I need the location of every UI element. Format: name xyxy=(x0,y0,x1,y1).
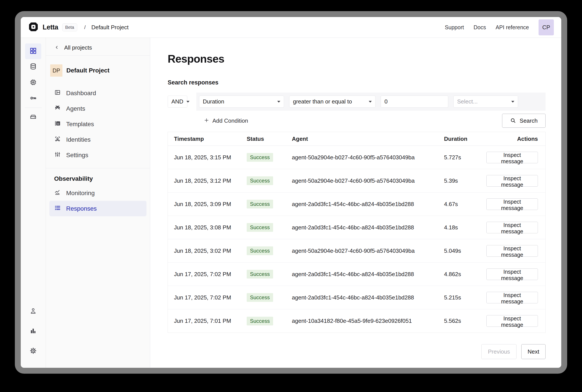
breadcrumb-project[interactable]: Default Project xyxy=(91,24,128,31)
condition-strip: Duration greater than or equal to Select… xyxy=(196,92,546,111)
hard-drive-icon xyxy=(30,113,37,122)
column-status: Status xyxy=(240,136,285,142)
sidebar-item-label: Monitoring xyxy=(66,190,95,197)
row-duration: 5.562s xyxy=(440,318,486,324)
status-badge: Success xyxy=(247,153,273,162)
chevron-left-icon xyxy=(54,45,60,51)
search-button[interactable]: Search xyxy=(502,114,546,128)
table-row: Jun 18, 2025, 3:08 PM Success agent-2a0d… xyxy=(168,216,545,239)
responses-table: Timestamp Status Agent Duration Actions … xyxy=(168,132,546,333)
support-link[interactable]: Support xyxy=(445,24,464,30)
sidebar-item-label: Settings xyxy=(66,152,88,159)
plus-icon xyxy=(204,118,209,124)
row-timestamp: Jun 17, 2025, 7:02 PM xyxy=(168,271,240,278)
docs-link[interactable]: Docs xyxy=(474,24,486,30)
field-value: Duration xyxy=(203,98,224,105)
sidebar: All projects DP Default Project Dashboar… xyxy=(46,38,150,368)
inspect-message-button[interactable]: Inspect message xyxy=(486,315,538,327)
app-window: Letta Beta / Default Project Support Doc… xyxy=(15,11,567,374)
rail-database-button[interactable] xyxy=(25,59,41,75)
comparator-select[interactable]: greater than or equal to xyxy=(289,96,376,108)
value-input[interactable] xyxy=(381,96,448,108)
inspect-message-button[interactable]: Inspect message xyxy=(486,198,538,210)
top-nav: Support Docs API reference CP xyxy=(445,20,554,35)
sidebar-item-label: Dashboard xyxy=(66,90,96,97)
search-icon xyxy=(510,118,516,124)
template-icon xyxy=(54,120,61,128)
project-row[interactable]: DP Default Project xyxy=(46,56,150,76)
rail-server-button[interactable] xyxy=(25,110,41,125)
monitoring-chart-icon xyxy=(54,189,61,197)
inspect-message-button[interactable]: Inspect message xyxy=(486,152,538,163)
back-to-all-projects[interactable]: All projects xyxy=(46,38,150,56)
row-duration: 5.39s xyxy=(440,178,486,184)
status-badge: Success xyxy=(247,200,273,208)
inspect-message-button[interactable]: Inspect message xyxy=(486,268,538,280)
field-select[interactable]: Duration xyxy=(199,96,284,108)
sidebar-item-label: Agents xyxy=(66,105,85,112)
rail-usage-button[interactable] xyxy=(25,324,41,339)
user-avatar[interactable]: CP xyxy=(538,20,554,35)
row-agent-id: agent-10a34182-f80e-45a5-9fe9-623e0926f0… xyxy=(285,318,440,324)
inspect-message-button[interactable]: Inspect message xyxy=(486,175,538,186)
boolean-operator-value: AND xyxy=(171,98,184,105)
table-row: Jun 18, 2025, 3:12 PM Success agent-50a2… xyxy=(168,169,545,192)
rail-account-button[interactable] xyxy=(25,304,41,319)
status-badge: Success xyxy=(247,223,273,232)
chevron-down-icon xyxy=(369,101,372,102)
inspect-message-button[interactable]: Inspect message xyxy=(486,245,538,257)
sidebar-item-settings[interactable]: Settings xyxy=(46,147,150,163)
sidebar-nav: Dashboard Agents xyxy=(46,76,150,168)
row-agent-id: agent-2a0d3fc1-454c-46bc-a824-4b035e1bd2… xyxy=(285,294,440,301)
api-reference-link[interactable]: API reference xyxy=(496,24,529,30)
grid-icon xyxy=(30,47,37,56)
rail-cpu-button[interactable] xyxy=(25,75,41,90)
status-badge: Success xyxy=(247,293,273,302)
top-bar: Letta Beta / Default Project Support Doc… xyxy=(21,17,561,38)
identity-badge-icon xyxy=(54,136,61,144)
value-unit-select[interactable]: Select... xyxy=(454,96,518,108)
inspect-message-button[interactable]: Inspect message xyxy=(486,222,538,233)
row-agent-id: agent-2a0d3fc1-454c-46bc-a824-4b035e1bd2… xyxy=(285,224,440,231)
chevron-down-icon xyxy=(277,101,280,102)
inspect-message-button[interactable]: Inspect message xyxy=(486,292,538,304)
add-condition-button[interactable]: Add Condition xyxy=(204,118,248,124)
letta-logo-icon xyxy=(28,22,39,33)
add-condition-label: Add Condition xyxy=(212,118,248,124)
sidebar-item-monitoring[interactable]: Monitoring xyxy=(46,185,150,201)
chevron-down-icon xyxy=(511,101,514,102)
sidebar-item-agents[interactable]: Agents xyxy=(46,101,150,116)
brand-name: Letta xyxy=(42,23,58,31)
column-timestamp: Timestamp xyxy=(168,136,240,142)
chevron-down-icon xyxy=(186,101,190,102)
row-timestamp: Jun 18, 2025, 3:08 PM xyxy=(168,224,240,231)
sidebar-item-templates[interactable]: Templates xyxy=(46,116,150,132)
row-timestamp: Jun 18, 2025, 3:09 PM xyxy=(168,201,240,208)
boolean-operator-select[interactable]: AND xyxy=(168,96,187,108)
sidebar-item-dashboard[interactable]: Dashboard xyxy=(46,85,150,101)
sidebar-item-responses[interactable]: Responses xyxy=(49,201,146,216)
sidebar-item-identities[interactable]: Identities xyxy=(46,132,150,147)
next-page-button[interactable]: Next xyxy=(521,344,546,359)
row-duration: 5.049s xyxy=(440,248,486,254)
sidebar-item-label: Templates xyxy=(66,121,94,128)
row-timestamp: Jun 18, 2025, 3:02 PM xyxy=(168,248,240,254)
previous-page-button[interactable]: Previous xyxy=(481,344,516,359)
dashboard-icon xyxy=(54,89,61,97)
table-row: Jun 18, 2025, 3:09 PM Success agent-2a0d… xyxy=(168,192,545,216)
rail-grid-button[interactable] xyxy=(25,44,41,59)
table-row: Jun 17, 2025, 7:02 PM Success agent-2a0d… xyxy=(168,262,545,286)
rail-key-button[interactable] xyxy=(25,90,41,106)
status-badge: Success xyxy=(247,246,273,255)
comparator-value: greater than or equal to xyxy=(293,98,352,105)
breadcrumb-separator: / xyxy=(84,24,86,30)
table-header: Timestamp Status Agent Duration Actions xyxy=(168,132,545,146)
table-row: Jun 17, 2025, 7:02 PM Success agent-2a0d… xyxy=(168,286,545,309)
pagination: Previous Next xyxy=(168,344,546,359)
space-invader-icon xyxy=(54,104,61,113)
table-row: Jun 17, 2025, 7:01 PM Success agent-10a3… xyxy=(168,309,545,333)
row-timestamp: Jun 18, 2025, 3:12 PM xyxy=(168,178,240,184)
rail-settings-button[interactable] xyxy=(25,343,41,359)
gear-icon xyxy=(30,347,37,355)
cpu-icon xyxy=(30,78,37,87)
